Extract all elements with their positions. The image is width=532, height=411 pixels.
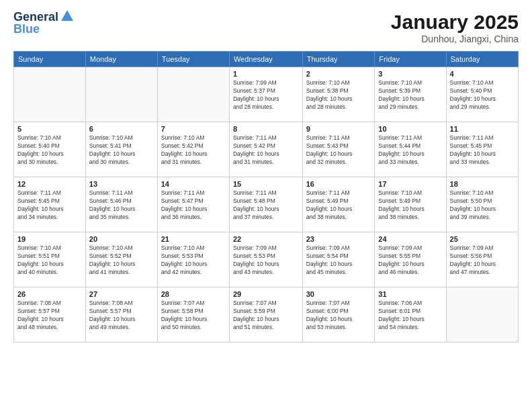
day-number: 29 <box>233 290 299 298</box>
svg-marker-0 <box>61 10 73 21</box>
day-info: Sunrise: 7:10 AMSunset: 5:50 PMDaylight:… <box>450 189 515 222</box>
calendar-day: 25Sunrise: 7:09 AMSunset: 5:56 PMDayligh… <box>446 232 518 287</box>
day-number: 6 <box>89 125 154 133</box>
calendar-day: 23Sunrise: 7:09 AMSunset: 5:54 PMDayligh… <box>302 232 375 287</box>
day-info: Sunrise: 7:07 AMSunset: 5:58 PMDaylight:… <box>161 300 226 332</box>
calendar-day: 5Sunrise: 7:10 AMSunset: 5:40 PMDaylight… <box>14 122 86 177</box>
location: Dunhou, Jiangxi, China <box>391 34 519 44</box>
calendar-day: 12Sunrise: 7:11 AMSunset: 5:45 PMDayligh… <box>14 177 86 232</box>
day-info: Sunrise: 7:07 AMSunset: 6:00 PMDaylight:… <box>306 300 371 332</box>
calendar-day: 9Sunrise: 7:11 AMSunset: 5:43 PMDaylight… <box>302 122 375 177</box>
day-info: Sunrise: 7:09 AMSunset: 5:56 PMDaylight:… <box>450 244 515 277</box>
calendar-table: Sunday Monday Tuesday Wednesday Thursday… <box>13 51 519 342</box>
day-number: 30 <box>306 290 371 298</box>
calendar-week-row: 12Sunrise: 7:11 AMSunset: 5:45 PMDayligh… <box>14 177 519 232</box>
col-friday: Friday <box>375 52 446 67</box>
day-number: 13 <box>89 180 154 188</box>
day-info: Sunrise: 7:11 AMSunset: 5:47 PMDaylight:… <box>161 189 226 222</box>
calendar-day: 15Sunrise: 7:11 AMSunset: 5:48 PMDayligh… <box>229 177 302 232</box>
col-tuesday: Tuesday <box>157 52 229 67</box>
logo-icon <box>60 9 75 24</box>
day-number: 19 <box>17 235 82 243</box>
day-number: 25 <box>450 235 515 243</box>
day-info: Sunrise: 7:11 AMSunset: 5:44 PMDaylight:… <box>378 134 442 167</box>
calendar-day: 10Sunrise: 7:11 AMSunset: 5:44 PMDayligh… <box>375 122 446 177</box>
calendar-day: 24Sunrise: 7:09 AMSunset: 5:55 PMDayligh… <box>375 232 446 287</box>
day-number: 28 <box>161 290 226 298</box>
day-number: 26 <box>17 290 82 298</box>
calendar-day: 21Sunrise: 7:10 AMSunset: 5:53 PMDayligh… <box>157 232 229 287</box>
calendar-day: 17Sunrise: 7:10 AMSunset: 5:49 PMDayligh… <box>375 177 446 232</box>
col-thursday: Thursday <box>302 52 375 67</box>
calendar-day: 19Sunrise: 7:10 AMSunset: 5:51 PMDayligh… <box>14 232 86 287</box>
day-info: Sunrise: 7:11 AMSunset: 5:42 PMDaylight:… <box>233 134 299 167</box>
calendar-day: 30Sunrise: 7:07 AMSunset: 6:00 PMDayligh… <box>302 287 375 342</box>
col-wednesday: Wednesday <box>229 52 302 67</box>
title-block: January 2025 Dunhou, Jiangxi, China <box>391 11 519 44</box>
day-info: Sunrise: 7:11 AMSunset: 5:48 PMDaylight:… <box>233 189 299 222</box>
day-info: Sunrise: 7:10 AMSunset: 5:53 PMDaylight:… <box>161 244 226 277</box>
calendar-day: 27Sunrise: 7:08 AMSunset: 5:57 PMDayligh… <box>85 287 157 342</box>
day-info: Sunrise: 7:08 AMSunset: 5:57 PMDaylight:… <box>89 300 154 332</box>
calendar-day: 31Sunrise: 7:06 AMSunset: 6:01 PMDayligh… <box>375 287 446 342</box>
day-number: 8 <box>233 125 299 133</box>
calendar-week-row: 19Sunrise: 7:10 AMSunset: 5:51 PMDayligh… <box>14 232 519 287</box>
calendar-day: 20Sunrise: 7:10 AMSunset: 5:52 PMDayligh… <box>85 232 157 287</box>
calendar-day: 7Sunrise: 7:10 AMSunset: 5:42 PMDaylight… <box>157 122 229 177</box>
col-monday: Monday <box>85 52 157 67</box>
col-saturday: Saturday <box>446 52 518 67</box>
calendar-day: 1Sunrise: 7:09 AMSunset: 5:37 PMDaylight… <box>229 67 302 122</box>
day-info: Sunrise: 7:10 AMSunset: 5:49 PMDaylight:… <box>378 189 442 222</box>
page-container: General Blue January 2025 Dunhou, Jiangx… <box>0 0 532 349</box>
calendar-day <box>446 287 518 342</box>
day-number: 16 <box>306 180 371 188</box>
day-number: 2 <box>306 70 371 78</box>
day-info: Sunrise: 7:10 AMSunset: 5:52 PMDaylight:… <box>89 244 154 277</box>
logo: General Blue <box>13 11 75 36</box>
calendar-day: 18Sunrise: 7:10 AMSunset: 5:50 PMDayligh… <box>446 177 518 232</box>
day-info: Sunrise: 7:11 AMSunset: 5:45 PMDaylight:… <box>17 189 82 222</box>
calendar-day: 22Sunrise: 7:09 AMSunset: 5:53 PMDayligh… <box>229 232 302 287</box>
day-number: 15 <box>233 180 299 188</box>
day-number: 24 <box>378 235 442 243</box>
logo-blue: Blue <box>13 23 75 36</box>
calendar-day: 29Sunrise: 7:07 AMSunset: 5:59 PMDayligh… <box>229 287 302 342</box>
calendar-day <box>14 67 86 122</box>
day-number: 5 <box>17 125 82 133</box>
day-info: Sunrise: 7:06 AMSunset: 6:01 PMDaylight:… <box>378 300 442 332</box>
day-number: 21 <box>161 235 226 243</box>
day-number: 17 <box>378 180 442 188</box>
day-number: 1 <box>233 70 299 78</box>
day-info: Sunrise: 7:10 AMSunset: 5:41 PMDaylight:… <box>89 134 154 167</box>
day-info: Sunrise: 7:11 AMSunset: 5:46 PMDaylight:… <box>89 189 154 222</box>
day-number: 20 <box>89 235 154 243</box>
calendar-day: 4Sunrise: 7:10 AMSunset: 5:40 PMDaylight… <box>446 67 518 122</box>
calendar-week-row: 1Sunrise: 7:09 AMSunset: 5:37 PMDaylight… <box>14 67 519 122</box>
day-info: Sunrise: 7:09 AMSunset: 5:53 PMDaylight:… <box>233 244 299 277</box>
day-info: Sunrise: 7:07 AMSunset: 5:59 PMDaylight:… <box>233 300 299 332</box>
day-number: 9 <box>306 125 371 133</box>
day-info: Sunrise: 7:11 AMSunset: 5:43 PMDaylight:… <box>306 134 371 167</box>
calendar-day: 26Sunrise: 7:08 AMSunset: 5:57 PMDayligh… <box>14 287 86 342</box>
day-info: Sunrise: 7:09 AMSunset: 5:37 PMDaylight:… <box>233 79 299 111</box>
day-number: 18 <box>450 180 515 188</box>
calendar-week-row: 26Sunrise: 7:08 AMSunset: 5:57 PMDayligh… <box>14 287 519 342</box>
day-info: Sunrise: 7:10 AMSunset: 5:42 PMDaylight:… <box>161 134 226 167</box>
day-info: Sunrise: 7:09 AMSunset: 5:54 PMDaylight:… <box>306 244 371 277</box>
day-info: Sunrise: 7:10 AMSunset: 5:38 PMDaylight:… <box>306 79 371 111</box>
day-number: 23 <box>306 235 371 243</box>
day-number: 11 <box>450 125 515 133</box>
month-title: January 2025 <box>391 11 519 34</box>
day-number: 7 <box>161 125 226 133</box>
day-number: 3 <box>378 70 442 78</box>
col-sunday: Sunday <box>14 52 86 67</box>
calendar-day: 13Sunrise: 7:11 AMSunset: 5:46 PMDayligh… <box>85 177 157 232</box>
day-number: 31 <box>378 290 442 298</box>
logo-general: General <box>13 10 58 24</box>
day-info: Sunrise: 7:11 AMSunset: 5:45 PMDaylight:… <box>450 134 515 167</box>
calendar-day: 8Sunrise: 7:11 AMSunset: 5:42 PMDaylight… <box>229 122 302 177</box>
day-info: Sunrise: 7:10 AMSunset: 5:39 PMDaylight:… <box>378 79 442 111</box>
day-info: Sunrise: 7:10 AMSunset: 5:40 PMDaylight:… <box>17 134 82 167</box>
calendar-day: 3Sunrise: 7:10 AMSunset: 5:39 PMDaylight… <box>375 67 446 122</box>
calendar-day: 16Sunrise: 7:11 AMSunset: 5:49 PMDayligh… <box>302 177 375 232</box>
